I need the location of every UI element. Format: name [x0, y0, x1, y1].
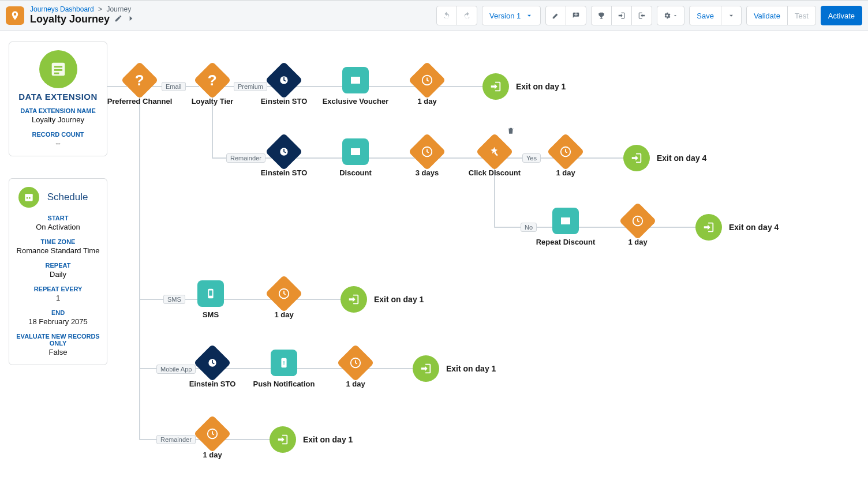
push-icon: !	[271, 350, 297, 376]
node-push-notification[interactable]: ! Push Notification	[249, 350, 319, 388]
journey-title: Loyalty Journey	[30, 13, 110, 26]
breadcrumb-current: Journey	[106, 5, 131, 13]
breadcrumb-col: Journeys Dashboard > Journey Loyalty Jou…	[30, 5, 135, 26]
node-click-discount[interactable]: Click Discount	[460, 138, 529, 177]
svg-text:!: !	[283, 360, 285, 366]
de-count-value: --	[15, 139, 101, 148]
trash-icon[interactable]	[507, 127, 515, 137]
exit-icon	[270, 426, 296, 453]
node-wait-no-1day[interactable]: 1 day	[603, 208, 672, 246]
goals-button[interactable]	[591, 6, 612, 25]
version-label: Version 1	[489, 12, 521, 20]
node-label: Loyalty Tier	[178, 97, 247, 106]
save-dropdown[interactable]	[721, 6, 742, 25]
exit-day1-push[interactable]: Exit on day 1	[413, 355, 496, 382]
node-wait-1day-1[interactable]: 1 day	[392, 67, 462, 106]
node-preferred-channel[interactable]: ? Preferred Channel	[105, 67, 174, 106]
chevron-right-icon[interactable]	[127, 14, 135, 25]
engagement-icon	[476, 133, 513, 170]
node-label: 1 day	[603, 238, 672, 246]
node-label: Einstein STO	[249, 168, 319, 177]
exit-day1-row1[interactable]: Exit on day 1	[482, 73, 566, 100]
journey-app-icon	[6, 6, 24, 25]
header-actions: Version 1 Save Validate Test Activate	[436, 6, 862, 25]
schedule-panel[interactable]: Schedule START On Activation TIME ZONE R…	[9, 178, 107, 365]
notes-button[interactable]	[545, 6, 566, 25]
exit-day1-sms[interactable]: Exit on day 1	[341, 286, 424, 313]
email-icon	[342, 138, 369, 165]
node-wait-yes-1day[interactable]: 1 day	[531, 138, 600, 177]
exit-icon	[482, 73, 509, 100]
node-label: 1 day	[531, 168, 600, 177]
svg-rect-16	[29, 197, 31, 199]
node-exclusive-voucher[interactable]: Exclusive Voucher	[321, 67, 390, 106]
exit-label: Exit on day 1	[516, 82, 566, 91]
node-wait-push-1day[interactable]: 1 day	[321, 350, 390, 388]
decision-icon: ?	[193, 61, 231, 99]
exit-day1-remainder[interactable]: Exit on day 1	[270, 426, 353, 453]
svg-rect-10	[54, 66, 62, 67]
settings-gear-button[interactable]	[657, 6, 684, 25]
node-label: 1 day	[178, 451, 247, 459]
version-dropdown[interactable]: Version 1	[482, 6, 541, 25]
node-label: Repeat Discount	[531, 238, 600, 246]
add-activity-button[interactable]	[566, 6, 586, 25]
de-count-label: RECORD COUNT	[15, 131, 101, 138]
breadcrumb: Journeys Dashboard > Journey	[30, 5, 135, 13]
exit-icon	[695, 214, 722, 241]
header-bar: Journeys Dashboard > Journey Loyalty Jou…	[0, 0, 868, 31]
exit-day4-no[interactable]: Exit on day 4	[695, 214, 779, 241]
data-extension-icon	[39, 50, 77, 88]
node-einstein-sto-2[interactable]: Einstein STO	[249, 138, 319, 177]
test-button[interactable]: Test	[787, 6, 816, 25]
node-sms[interactable]: SMS	[176, 280, 245, 319]
exit-criteria-button[interactable]	[611, 6, 632, 25]
redo-button[interactable]	[457, 6, 477, 25]
clock-icon	[408, 133, 446, 170]
journey-settings-button[interactable]	[631, 6, 652, 25]
validate-button[interactable]: Validate	[746, 6, 788, 25]
node-label: 1 day	[321, 380, 390, 388]
node-discount[interactable]: Discount	[321, 138, 390, 177]
clock-icon	[336, 344, 374, 381]
journey-canvas[interactable]: DATA EXTENSION DATA EXTENSION NAME Loyal…	[0, 31, 868, 488]
einstein-icon	[193, 344, 231, 381]
clock-icon	[547, 133, 584, 170]
sms-icon	[197, 280, 224, 307]
edit-title-icon[interactable]	[114, 14, 122, 25]
einstein-icon	[265, 133, 302, 170]
clock-icon	[619, 202, 656, 239]
exit-day4-yes[interactable]: Exit on day 4	[623, 145, 706, 171]
activate-button[interactable]: Activate	[821, 6, 862, 25]
schedule-icon	[18, 187, 39, 208]
node-repeat-discount[interactable]: Repeat Discount	[531, 208, 600, 246]
node-label: Click Discount	[460, 168, 529, 177]
de-name-value: Loyalty Journey	[15, 115, 101, 124]
exit-label: Exit on day 4	[657, 153, 706, 163]
node-einstein-sto-3[interactable]: Einstein STO	[178, 350, 247, 388]
node-loyalty-tier[interactable]: ? Loyalty Tier	[178, 67, 247, 106]
exit-icon	[623, 145, 650, 171]
node-label: Preferred Channel	[105, 97, 174, 106]
entry-source-panel[interactable]: DATA EXTENSION DATA EXTENSION NAME Loyal…	[9, 42, 107, 156]
clock-icon	[193, 415, 231, 452]
exit-label: Exit on day 1	[374, 295, 424, 304]
breadcrumb-dashboard-link[interactable]: Journeys Dashboard	[30, 5, 94, 13]
node-label: Einstein STO	[249, 97, 319, 106]
save-button[interactable]: Save	[689, 6, 721, 25]
svg-rect-14	[25, 194, 32, 196]
svg-rect-15	[27, 197, 28, 199]
svg-rect-24	[209, 291, 212, 296]
exit-label: Exit on day 1	[446, 364, 496, 373]
svg-rect-12	[54, 73, 59, 74]
node-label: Exclusive Voucher	[321, 97, 390, 106]
node-label: SMS	[176, 310, 245, 319]
node-einstein-sto-1[interactable]: Einstein STO	[249, 67, 319, 106]
node-wait-3days[interactable]: 3 days	[392, 138, 462, 177]
undo-button[interactable]	[436, 6, 457, 25]
exit-label: Exit on day 1	[303, 435, 353, 444]
node-wait-remainder-1day[interactable]: 1 day	[178, 421, 247, 459]
node-wait-sms-1day[interactable]: 1 day	[249, 280, 319, 319]
exit-label: Exit on day 4	[729, 223, 779, 232]
node-label: 1 day	[392, 97, 462, 106]
